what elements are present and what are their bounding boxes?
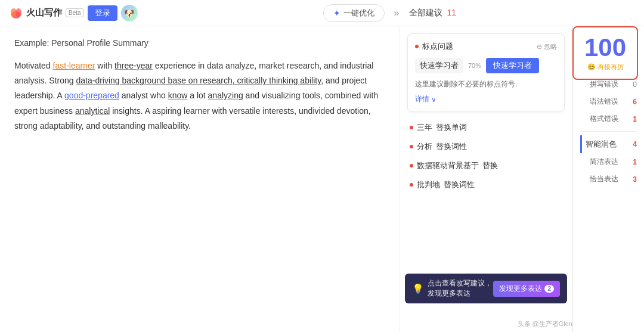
- discover-badge: 2: [544, 285, 554, 293]
- logo-area: 火山写作 Beta 登录 🐶: [10, 5, 138, 21]
- score-box: 100 😊 再接再厉: [572, 26, 638, 80]
- sidebar-smart-polish[interactable]: 智能润色 4: [580, 135, 637, 153]
- grammar-label: 语法错误: [590, 97, 618, 107]
- suggestions-label: 全部建议 11: [409, 8, 456, 18]
- ignore-label: 忽略: [544, 42, 557, 51]
- beta-badge: Beta: [66, 8, 84, 17]
- highlight-good-prepared: good-prepared: [64, 91, 119, 100]
- middle-panel: 标点问题 ⊖ 忽略 快速学习者 70% 快速学习者 这里建议删除不必要的标点符号…: [400, 26, 572, 332]
- editor-area: Example: Personal Profile Summary Motiva…: [0, 26, 400, 332]
- panel-item-analysis: 分析 替换词性: [407, 137, 565, 156]
- sidebar-appropriate[interactable]: 恰当表达 3: [580, 170, 637, 188]
- dot-red: [415, 45, 419, 48]
- smart-polish-count: 4: [633, 140, 637, 148]
- item-text: 数据驱动背景基于: [417, 160, 479, 171]
- doc-title: Example: Personal Profile Summary: [14, 38, 385, 48]
- card-header: 标点问题 ⊖ 忽略: [415, 41, 557, 52]
- optimize-label: 一键优化: [343, 8, 374, 18]
- highlight-data-driving: data-driving background base on research…: [76, 76, 321, 85]
- sidebar-concise[interactable]: 简洁表达 1: [580, 153, 637, 170]
- word-score: 70%: [468, 62, 481, 69]
- avatar: 🐶: [121, 5, 138, 21]
- item-tag: 替换单词: [436, 122, 467, 133]
- highlight-fast-learner: fast-learner: [53, 61, 95, 70]
- format-label: 格式错误: [590, 114, 618, 124]
- item-tag: 替换: [482, 160, 498, 171]
- item-text: 分析: [417, 141, 432, 152]
- logo-icon: [10, 7, 23, 20]
- suggestion-card-punctuation: 标点问题 ⊖ 忽略 快速学习者 70% 快速学习者 这里建议删除不必要的标点符号…: [407, 33, 565, 112]
- divider2: [580, 131, 637, 132]
- appropriate-label: 恰当表达: [590, 174, 618, 184]
- concise-count: 1: [633, 158, 637, 166]
- suggestions-count: 11: [447, 8, 456, 17]
- highlight-three-year: three-year: [114, 61, 153, 70]
- dot-red: [410, 164, 413, 167]
- card-title: 标点问题: [415, 41, 453, 52]
- panel-item-data-driven: 数据驱动背景基于 替换: [407, 156, 565, 175]
- highlight-analytical: analytical: [75, 106, 110, 116]
- tooltip-bar: 💡 点击查看改写建议，发现更多表达 发现更多表达 2: [405, 274, 567, 303]
- discover-label: 发现更多表达: [499, 284, 542, 294]
- suggestions-text: 全部建议: [409, 8, 442, 17]
- optimize-button[interactable]: ✦ 一键优化: [323, 4, 385, 22]
- header-center: ✦ 一键优化 » 全部建议 11: [145, 4, 634, 22]
- tooltip-left: 💡 点击查看改写建议，发现更多表达: [412, 278, 493, 299]
- lightbulb-icon: 💡: [412, 283, 424, 294]
- ignore-button[interactable]: ⊖ 忽略: [537, 42, 557, 51]
- item-text: 批判地: [417, 179, 440, 190]
- svg-point-2: [16, 8, 21, 17]
- panel-item-critical: 批判地 替换词性: [407, 175, 565, 194]
- smart-polish-label: 智能润色: [586, 139, 617, 150]
- word-comparison: 快速学习者 70% 快速学习者: [415, 58, 557, 73]
- item-tag: 替换词性: [436, 141, 467, 152]
- word-suggested[interactable]: 快速学习者: [486, 58, 539, 73]
- sidebar-format[interactable]: 格式错误 1: [580, 110, 637, 128]
- chevron-down-icon: ∨: [431, 95, 436, 104]
- smile-icon: 😊: [587, 63, 596, 71]
- score-number: 100: [584, 35, 626, 60]
- score-label: 😊 再接再厉: [587, 63, 624, 72]
- item-text: 三年: [417, 122, 432, 133]
- format-count: 1: [633, 115, 637, 123]
- highlight-know: know: [168, 91, 188, 100]
- card-title-text: 标点问题: [422, 41, 453, 52]
- login-button[interactable]: 登录: [88, 5, 117, 21]
- highlight-analyzing: analyzing: [208, 91, 243, 100]
- main-layout: Example: Personal Profile Summary Motiva…: [0, 26, 644, 332]
- card-hint: 这里建议删除不必要的标点符号.: [415, 79, 557, 89]
- spelling-count: 0: [633, 80, 637, 89]
- grammar-count: 6: [633, 98, 637, 106]
- watermark: 头条 @生产者Glen: [518, 319, 572, 328]
- score-label-text: 再接再厉: [597, 63, 624, 72]
- appropriate-count: 3: [633, 175, 637, 184]
- tooltip-text: 点击查看改写建议，发现更多表达: [428, 278, 493, 299]
- card-detail-link[interactable]: 详情 ∨: [415, 94, 557, 104]
- detail-label: 详情: [415, 94, 429, 104]
- spelling-label: 拼写错误: [590, 79, 618, 89]
- item-tag: 替换词性: [444, 179, 475, 190]
- doc-content: Motivated fast-learner with three-year e…: [14, 58, 385, 134]
- dot-red: [410, 145, 413, 148]
- dot-red: [410, 183, 413, 187]
- more-button[interactable]: »: [394, 8, 400, 18]
- discover-button[interactable]: 发现更多表达 2: [493, 281, 560, 297]
- word-original: 快速学习者: [415, 58, 463, 73]
- concise-label: 简洁表达: [590, 157, 618, 167]
- header: 火山写作 Beta 登录 🐶 ✦ 一键优化 » 全部建议 11: [0, 0, 644, 26]
- star-icon: ✦: [333, 8, 340, 18]
- panel-item-sannian: 三年 替换单词: [407, 118, 565, 137]
- sidebar-grammar[interactable]: 语法错误 6: [580, 93, 637, 110]
- logo-text: 火山写作: [26, 7, 62, 18]
- dot-red: [410, 126, 413, 129]
- circle-minus-icon: ⊖: [537, 43, 542, 51]
